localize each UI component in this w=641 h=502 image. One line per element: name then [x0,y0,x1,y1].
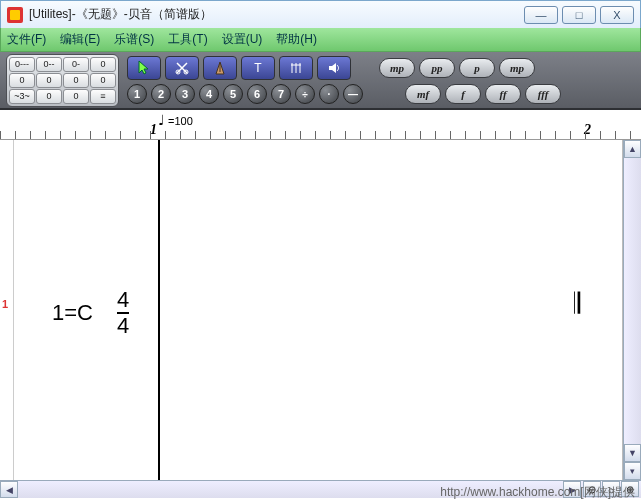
cut-tool[interactable] [165,56,199,80]
tool-row-top: T mp pp p mp [127,56,635,80]
scroll-down-button[interactable]: ▼ [624,444,641,462]
palette-cell[interactable]: 0- [63,57,89,72]
speaker-icon [326,60,342,76]
text-tool[interactable]: T [241,56,275,80]
line-gutter: 1 [0,140,14,480]
palette-cell[interactable]: ≡ [90,89,116,104]
palette-cell[interactable]: 0 [63,89,89,104]
palette-cell[interactable]: ~3~ [9,89,35,104]
text-icon: T [250,60,266,76]
close-button[interactable]: X [600,6,634,24]
score-canvas[interactable]: 1=C 4 4 𝄂 [14,140,623,480]
scroll-up-button[interactable]: ▲ [624,140,641,158]
palette-cell[interactable]: 0 [36,89,62,104]
num-div[interactable]: ÷ [295,84,315,104]
num-1[interactable]: 1 [127,84,147,104]
num-6[interactable]: 6 [247,84,267,104]
num-7[interactable]: 7 [271,84,291,104]
titlebar: [Utilites]-《无题》-贝音（简谱版） — □ X [0,0,641,28]
toolbar: 0--- 0-- 0- 0 0 0 0 0 ~3~ 0 0 ≡ T [0,52,641,110]
dynamic-mp[interactable]: mp [379,58,415,78]
palette-cell[interactable]: 0 [63,73,89,88]
menu-edit[interactable]: 编辑(E) [60,31,100,48]
svg-text:T: T [254,61,262,75]
palette-cell[interactable]: 0 [90,57,116,72]
palette-cell[interactable]: 0 [90,73,116,88]
vertical-scrollbar[interactable]: ▲ ▼ ▾ [623,140,641,480]
note-palette: 0--- 0-- 0- 0 0 0 0 0 ~3~ 0 0 ≡ [6,54,119,107]
scissors-icon [174,60,190,76]
time-denominator: 4 [117,316,129,336]
time-signature: 4 4 [117,290,129,336]
palette-cell[interactable]: 0 [36,73,62,88]
final-barline: 𝄂 [574,288,578,321]
tempo-note-icon: ♩ [158,113,165,128]
dynamic-mp2[interactable]: mp [499,58,535,78]
num-3[interactable]: 3 [175,84,195,104]
cursor-icon [136,60,152,76]
dynamic-mf[interactable]: mf [405,84,441,104]
speaker-tool[interactable] [317,56,351,80]
num-2[interactable]: 2 [151,84,171,104]
num-4[interactable]: 4 [199,84,219,104]
dynamic-f[interactable]: f [445,84,481,104]
ruler-ticks [0,131,641,139]
chord-tool[interactable] [279,56,313,80]
palette-cell[interactable]: 0-- [36,57,62,72]
menu-tools[interactable]: 工具(T) [168,31,207,48]
tempo-value: =100 [168,115,193,127]
menu-help[interactable]: 帮助(H) [276,31,317,48]
ruler[interactable]: ♩ =100 1 2 [0,110,641,140]
menu-settings[interactable]: 设置(U) [222,31,263,48]
menubar: 文件(F) 编辑(E) 乐谱(S) 工具(T) 设置(U) 帮助(H) [0,28,641,52]
vscroll-track[interactable] [624,158,641,444]
playhead-line [158,140,160,480]
menu-file[interactable]: 文件(F) [7,31,46,48]
app-icon [7,7,23,23]
minimize-button[interactable]: — [524,6,558,24]
num-dash[interactable]: — [343,84,363,104]
dynamic-ff[interactable]: ff [485,84,521,104]
window-title: [Utilites]-《无题》-贝音（简谱版） [29,6,524,23]
metronome-icon [212,60,228,76]
watermark-text: http://www.hackhome.com[网侠]提供 [440,484,635,501]
dynamic-pp[interactable]: pp [419,58,455,78]
window-controls: — □ X [524,6,634,24]
metronome-tool[interactable] [203,56,237,80]
tempo-marking: ♩ =100 [158,112,193,129]
scroll-left-button[interactable]: ◀ [0,481,18,498]
dynamic-fff[interactable]: fff [525,84,561,104]
dynamic-p[interactable]: p [459,58,495,78]
tool-row-bottom: 1 2 3 4 5 6 7 ÷ · — mf f ff fff [127,84,635,104]
time-numerator: 4 [117,290,129,310]
score-content: 1=C 4 4 [52,290,129,336]
menu-score[interactable]: 乐谱(S) [114,31,154,48]
num-dot[interactable]: · [319,84,339,104]
line-number: 1 [2,298,8,310]
num-5[interactable]: 5 [223,84,243,104]
palette-cell[interactable]: 0 [9,73,35,88]
scroll-extra-button[interactable]: ▾ [624,462,641,480]
chord-icon [288,60,304,76]
palette-cell[interactable]: 0--- [9,57,35,72]
key-signature: 1=C [52,300,93,326]
workspace: 1 1=C 4 4 𝄂 ▲ ▼ ▾ [0,140,641,480]
pointer-tool[interactable] [127,56,161,80]
maximize-button[interactable]: □ [562,6,596,24]
